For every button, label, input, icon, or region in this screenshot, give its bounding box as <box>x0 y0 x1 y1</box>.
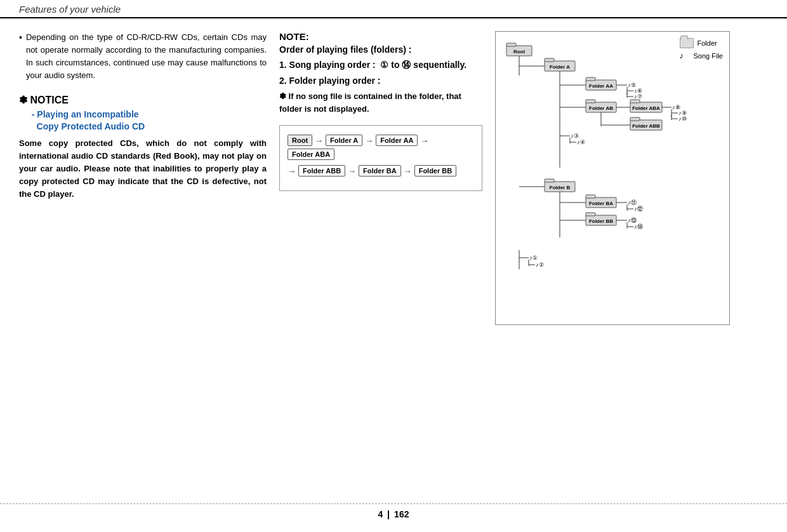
tree-diagram-box: Folder ♪ Song File .folder-rect { fill: … <box>495 31 730 325</box>
svg-text:Folder ABA: Folder ABA <box>632 105 660 111</box>
footer-separator <box>388 510 389 519</box>
notice-section: ✽ NOTICE - Playing an Incompatible Copy … <box>19 94 267 201</box>
page-header: Features of your vehicle <box>0 0 787 18</box>
note-section: NOTE: Order of playing files (folders) :… <box>279 31 482 115</box>
note-title: NOTE: <box>279 31 482 42</box>
svg-rect-63 <box>586 213 595 216</box>
right-column: Folder ♪ Song File .folder-rect { fill: … <box>495 31 768 325</box>
legend-folder-icon <box>680 38 694 48</box>
svg-text:♪⑩: ♪⑩ <box>678 116 687 122</box>
path-root: Root <box>288 135 312 146</box>
svg-text:Folder AB: Folder AB <box>589 105 613 111</box>
svg-rect-1 <box>506 43 516 46</box>
left-column: • Depending on the type of CD-R/CD-RW CD… <box>19 31 267 325</box>
svg-text:♪⑪: ♪⑪ <box>628 199 637 206</box>
svg-text:♪①: ♪① <box>529 255 538 261</box>
svg-text:Folder BA: Folder BA <box>589 201 613 206</box>
svg-text:Folder ABB: Folder ABB <box>632 123 660 129</box>
middle-column: NOTE: Order of playing files (folders) :… <box>279 31 482 325</box>
header-title: Features of your vehicle <box>19 4 121 15</box>
bullet-dot: • <box>19 31 22 83</box>
svg-text:♪③: ♪③ <box>571 133 579 139</box>
folder-path-box: Root → Folder A → Folder AA → Folder ABA… <box>279 125 482 191</box>
svg-text:Root: Root <box>513 49 526 55</box>
svg-rect-54 <box>586 195 595 198</box>
tree-legend: Folder ♪ Song File <box>680 38 723 63</box>
path-folder-a: Folder A <box>326 135 362 146</box>
note-star-item: ✽ If no song file is contained in the fo… <box>279 90 482 115</box>
svg-text:Folder AA: Folder AA <box>589 83 613 89</box>
path-folder-aba: Folder ABA <box>288 149 334 160</box>
legend-folder: Folder <box>680 38 723 48</box>
svg-rect-23 <box>586 100 595 103</box>
path-folder-abb: Folder ABB <box>298 165 345 176</box>
arrow5: → <box>348 166 356 176</box>
bullet-text: Depending on the type of CD-R/CD-RW CDs,… <box>26 31 267 83</box>
bullet-section: • Depending on the type of CD-R/CD-RW CD… <box>19 31 267 83</box>
svg-rect-11 <box>586 77 595 81</box>
folder-path-row1: Root → Folder A → Folder AA → Folder ABA <box>288 135 474 160</box>
notice-subtitle: - Playing an Incompatible Copy Protected… <box>27 109 267 133</box>
page-footer: 4 162 <box>0 503 787 519</box>
arrow3: → <box>420 136 428 145</box>
svg-rect-49 <box>545 179 554 182</box>
content-area: • Depending on the type of CD-R/CD-RW CD… <box>0 18 787 338</box>
svg-text:♪②: ♪② <box>536 262 544 268</box>
svg-text:Folder B: Folder B <box>550 185 571 190</box>
tree-svg: .folder-rect { fill: #d8d8d8; stroke: #5… <box>503 41 725 314</box>
notice-body: Some copy protected CDs, which do not co… <box>19 137 267 201</box>
svg-text:♪⑭: ♪⑭ <box>634 223 643 230</box>
arrow2: → <box>365 136 373 145</box>
svg-text:♪⑦: ♪⑦ <box>634 93 642 100</box>
notice-title: ✽ NOTICE <box>19 94 267 106</box>
svg-rect-6 <box>545 58 554 62</box>
arrow6: → <box>404 166 412 176</box>
svg-text:♪④: ♪④ <box>577 139 585 145</box>
legend-song: ♪ Song File <box>680 51 723 61</box>
arrow1: → <box>315 136 323 145</box>
path-folder-bb: Folder BB <box>414 165 457 176</box>
svg-text:♪⑬: ♪⑬ <box>628 217 637 223</box>
footer-page-num2: 162 <box>394 509 409 519</box>
folder-path-row2: → Folder ABB → Folder BA → Folder BB <box>288 165 474 176</box>
svg-text:Folder A: Folder A <box>550 64 570 70</box>
legend-song-icon: ♪ <box>680 51 690 61</box>
legend-folder-label: Folder <box>698 39 717 47</box>
svg-text:♪⑫: ♪⑫ <box>634 206 643 212</box>
svg-rect-27 <box>630 100 640 103</box>
note-item-2: 2. Folder playing order : <box>279 74 482 88</box>
legend-song-label: Song File <box>694 52 723 60</box>
footer-page: 4 162 <box>378 509 409 519</box>
svg-rect-40 <box>630 117 640 121</box>
svg-text:Folder BB: Folder BB <box>589 218 613 224</box>
footer-page-num: 4 <box>378 509 383 519</box>
path-folder-ba: Folder BA <box>359 165 401 176</box>
note-order-title: Order of playing files (folders) : <box>279 44 482 55</box>
path-folder-aa: Folder AA <box>376 135 418 146</box>
arrow4: → <box>288 166 296 176</box>
bullet-item: • Depending on the type of CD-R/CD-RW CD… <box>19 31 267 83</box>
note-item-1: 1. Song playing order : ① to ⑭ sequentia… <box>279 58 482 72</box>
